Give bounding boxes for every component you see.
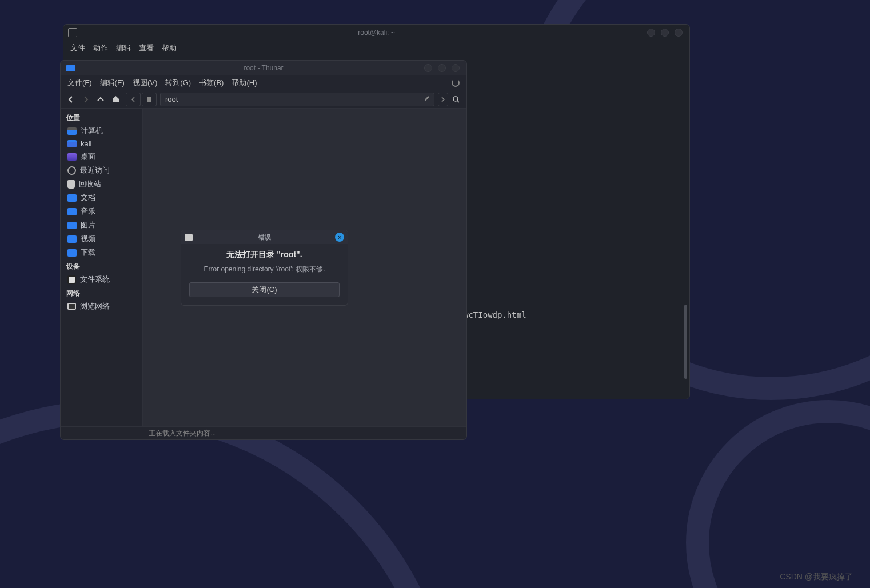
error-message-primary: 无法打开目录 "root". (189, 250, 340, 260)
status-text: 正在载入文件夹内容... (149, 429, 216, 438)
folder-yellow-icon (67, 140, 77, 147)
svg-rect-0 (147, 97, 151, 102)
menu-help[interactable]: 帮助(H) (232, 78, 257, 88)
network-icon (67, 303, 76, 310)
error-titlebar[interactable]: 错误 ✕ (181, 230, 348, 244)
download-icon (67, 249, 77, 257)
sidebar-place-8[interactable]: 视频 (61, 232, 142, 246)
path-mode-button[interactable] (142, 93, 157, 106)
menu-edit[interactable]: 编辑 (116, 43, 131, 53)
thunar-statusbar: 正在载入文件夹内容... (61, 426, 466, 439)
up-button[interactable] (94, 93, 107, 106)
sidebar-item-label: kali (81, 139, 92, 148)
terminal-menubar: 文件 动作 编辑 查看 帮助 (63, 41, 689, 55)
terminal-title: root@kali: ~ (63, 29, 689, 37)
menu-file[interactable]: 文件 (70, 43, 85, 53)
sidebar-item-label: 图片 (81, 220, 95, 230)
sidebar-place-7[interactable]: 图片 (61, 218, 142, 232)
thunar-toolbar: root (61, 90, 466, 109)
doc-icon (67, 194, 77, 202)
sidebar-network-0[interactable]: 浏览网络 (61, 299, 142, 313)
svg-point-1 (453, 97, 458, 101)
menu-help[interactable]: 帮助 (162, 43, 177, 53)
sidebar-device-0[interactable]: 文件系统 (61, 273, 142, 286)
filesys-icon (67, 275, 76, 284)
sidebar-item-label: 计算机 (81, 126, 103, 136)
path-text: root (165, 95, 178, 103)
menu-view[interactable]: 查看 (139, 43, 154, 53)
terminal-titlebar[interactable]: root@kali: ~ (63, 25, 689, 41)
sidebar-place-9[interactable]: 下载 (61, 246, 142, 259)
home-button[interactable] (109, 93, 122, 106)
loading-spinner-icon (452, 79, 460, 87)
forward-button[interactable] (79, 93, 93, 106)
video-icon (67, 235, 77, 243)
pic-icon (67, 222, 77, 229)
menu-action[interactable]: 动作 (93, 43, 108, 53)
minimize-button[interactable] (647, 29, 655, 37)
desktop-icon (67, 153, 77, 161)
error-message-secondary: Error opening directory '/root': 权限不够. (189, 265, 340, 274)
terminal-output-line: wcTIowdp.html (464, 310, 526, 319)
close-button[interactable] (452, 64, 460, 72)
menu-edit[interactable]: 编辑(E) (100, 78, 125, 88)
sidebar-devices-header: 设备 (61, 259, 142, 273)
thunar-menubar: 文件(F) 编辑(E) 视图(V) 转到(G) 书签(B) 帮助(H) (61, 75, 466, 90)
sidebar-place-3[interactable]: 最近访问 (61, 163, 142, 177)
music-icon (67, 208, 77, 215)
sidebar-item-label: 文件系统 (80, 274, 110, 285)
path-input[interactable]: root (160, 93, 434, 106)
sidebar-place-5[interactable]: 文档 (61, 191, 142, 205)
terminal-window-controls (647, 29, 683, 37)
maximize-button[interactable] (661, 29, 669, 37)
minimize-button[interactable] (424, 64, 432, 72)
sidebar-place-0[interactable]: 计算机 (61, 124, 142, 138)
sidebar-item-label: 文档 (81, 193, 95, 203)
sidebar-place-6[interactable]: 音乐 (61, 205, 142, 218)
maximize-button[interactable] (438, 64, 446, 72)
terminal-scrollbar[interactable] (684, 305, 687, 379)
thunar-sidebar: 位置 计算机kali桌面最近访问回收站文档音乐图片视频下载 设备 文件系统 网络… (61, 109, 143, 426)
thunar-window-controls (424, 64, 460, 72)
search-button[interactable] (449, 93, 463, 106)
sidebar-network-header: 网络 (61, 286, 142, 299)
thunar-title: root - Thunar (61, 64, 466, 72)
close-button[interactable]: 关闭(C) (189, 282, 340, 297)
sidebar-item-label: 最近访问 (80, 165, 110, 175)
bg-decoration (686, 400, 870, 588)
recent-icon (67, 166, 76, 175)
error-title: 错误 (181, 233, 348, 242)
sidebar-item-label: 回收站 (79, 179, 101, 189)
path-history-button[interactable] (126, 93, 141, 106)
trash-icon (67, 180, 75, 189)
computer-icon (67, 127, 77, 135)
sidebar-item-label: 浏览网络 (80, 301, 110, 311)
sidebar-place-4[interactable]: 回收站 (61, 177, 142, 191)
close-icon[interactable]: ✕ (335, 233, 344, 242)
path-next-button[interactable] (438, 93, 448, 106)
back-button[interactable] (64, 93, 78, 106)
thunar-titlebar[interactable]: root - Thunar (61, 61, 466, 75)
sidebar-item-label: 桌面 (81, 151, 95, 162)
menu-file[interactable]: 文件(F) (67, 78, 92, 88)
sidebar-item-label: 音乐 (81, 206, 95, 217)
menu-view[interactable]: 视图(V) (133, 78, 157, 88)
menu-bookmark[interactable]: 书签(B) (199, 78, 224, 88)
watermark: CSDN @我要疯掉了 (780, 572, 853, 582)
error-body: 无法打开目录 "root". Error opening directory '… (181, 244, 348, 305)
sidebar-place-1[interactable]: kali (61, 138, 142, 150)
sidebar-item-label: 视频 (81, 234, 95, 244)
sidebar-place-2[interactable]: 桌面 (61, 150, 142, 163)
close-button[interactable] (675, 29, 683, 37)
sidebar-places-header: 位置 (61, 111, 142, 124)
menu-goto[interactable]: 转到(G) (165, 78, 191, 88)
error-dialog: 错误 ✕ 无法打开目录 "root". Error opening direct… (181, 230, 348, 306)
sidebar-item-label: 下载 (81, 247, 95, 258)
edit-icon[interactable] (424, 95, 430, 103)
